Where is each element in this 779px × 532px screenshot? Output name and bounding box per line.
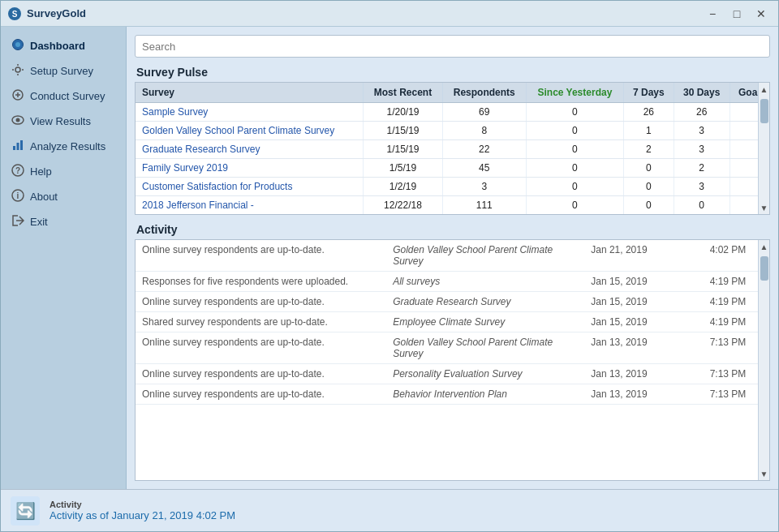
respondents: 69: [442, 103, 526, 122]
activity-scroll-up[interactable]: ▲: [759, 240, 770, 253]
activity-message: Online survey respondents are up-to-date…: [136, 292, 386, 312]
search-input[interactable]: [135, 35, 770, 58]
table-row: Customer Satisfaction for Products 1/2/1…: [136, 178, 769, 196]
since-yesterday: 0: [526, 178, 623, 196]
close-button[interactable]: ✕: [751, 5, 772, 23]
activity-date: Jan 13, 2019: [584, 384, 703, 405]
survey-pulse-table: Survey Most Recent Respondents Since Yes…: [136, 83, 769, 214]
sidebar-item-conduct-survey[interactable]: Conduct Survey: [1, 84, 126, 109]
activity-table-container: Online survey respondents are up-to-date…: [135, 239, 770, 481]
sidebar-item-dashboard[interactable]: Dashboard: [1, 33, 126, 58]
survey-name[interactable]: Golden Valley School Parent Climate Surv…: [136, 122, 364, 140]
activity-title: Activity: [135, 223, 770, 236]
setup-survey-icon: [11, 63, 25, 79]
survey-pulse-table-container: Survey Most Recent Respondents Since Yes…: [135, 82, 770, 215]
svg-rect-7: [13, 146, 15, 150]
most-recent: 12/22/18: [364, 196, 443, 215]
activity-scroll-down[interactable]: ▼: [759, 467, 770, 480]
col-most-recent: Most Recent: [364, 83, 443, 103]
most-recent: 1/15/19: [364, 122, 443, 140]
title-bar: S SurveyGold − □ ✕: [1, 1, 778, 27]
activity-survey: Golden Valley School Parent Climate Surv…: [386, 332, 584, 364]
col-7-days: 7 Days: [624, 83, 674, 103]
respondents: 111: [442, 196, 526, 215]
table-row: Golden Valley School Parent Climate Surv…: [136, 122, 769, 140]
sidebar-item-view-results[interactable]: View Results: [1, 109, 126, 134]
pulse-scrollbar[interactable]: ▲ ▼: [758, 83, 769, 214]
col-30-days: 30 Days: [674, 83, 730, 103]
activity-section: Activity Online survey respondents are u…: [135, 223, 770, 481]
sidebar-label-conduct-survey: Conduct Survey: [30, 90, 105, 102]
sidebar-item-exit[interactable]: Exit: [1, 209, 126, 234]
analyze-results-icon: [11, 139, 25, 154]
most-recent: 1/15/19: [364, 140, 443, 159]
most-recent: 1/5/19: [364, 159, 443, 178]
since-yesterday: 0: [526, 196, 623, 215]
list-item: Online survey respondents are up-to-date…: [136, 292, 769, 312]
scroll-thumb[interactable]: [760, 99, 768, 123]
survey-name[interactable]: Customer Satisfaction for Products: [136, 178, 364, 196]
survey-name[interactable]: Family Survey 2019: [136, 159, 364, 178]
activity-survey: Behavior Intervention Plan: [386, 384, 584, 405]
thirty-days: 3: [674, 122, 730, 140]
refresh-icon[interactable]: 🔄: [11, 496, 40, 526]
survey-pulse-title: Survey Pulse: [135, 66, 770, 79]
scroll-down-arrow[interactable]: ▼: [759, 201, 770, 214]
seven-days: 1: [624, 122, 674, 140]
survey-name[interactable]: Sample Survey: [136, 103, 364, 122]
sidebar-label-dashboard: Dashboard: [30, 40, 85, 52]
activity-scroll-thumb[interactable]: [760, 256, 768, 281]
activity-message: Online survey respondents are up-to-date…: [136, 332, 386, 364]
minimize-button[interactable]: −: [702, 5, 723, 23]
sidebar-item-setup-survey[interactable]: Setup Survey: [1, 58, 126, 84]
svg-text:i: i: [17, 191, 19, 200]
col-survey: Survey: [136, 83, 364, 103]
thirty-days: 3: [674, 140, 730, 159]
seven-days: 0: [624, 196, 674, 215]
footer-label: Activity: [49, 500, 235, 509]
view-results-icon: [11, 114, 25, 129]
window-title: SurveyGold: [27, 7, 702, 19]
table-row: Sample Survey 1/20/19 69 0 26 26: [136, 103, 769, 122]
activity-survey: Golden Valley School Parent Climate Surv…: [386, 240, 584, 272]
sidebar-item-help[interactable]: ?Help: [1, 159, 126, 184]
survey-name[interactable]: Graduate Research Survey: [136, 140, 364, 159]
exit-icon: [11, 214, 25, 230]
svg-point-2: [15, 42, 20, 47]
sidebar-item-analyze-results[interactable]: Analyze Results: [1, 134, 126, 159]
most-recent: 1/2/19: [364, 178, 443, 196]
window-controls: − □ ✕: [702, 5, 772, 23]
since-yesterday: 0: [526, 122, 623, 140]
footer-status: Activity as of January 21, 2019 4:02 PM: [49, 509, 235, 521]
sidebar-item-about[interactable]: iAbout: [1, 184, 126, 209]
thirty-days: 26: [674, 103, 730, 122]
survey-name[interactable]: 2018 Jefferson Financial -: [136, 196, 364, 215]
maximize-button[interactable]: □: [726, 5, 747, 23]
svg-point-3: [15, 67, 20, 72]
footer-bar: 🔄 Activity Activity as of January 21, 20…: [1, 489, 778, 531]
sidebar-label-exit: Exit: [30, 216, 48, 228]
respondents: 22: [442, 140, 526, 159]
svg-text:S: S: [12, 10, 18, 19]
list-item: Online survey respondents are up-to-date…: [136, 240, 769, 272]
seven-days: 0: [624, 159, 674, 178]
app-icon: S: [7, 6, 22, 21]
sidebar-label-setup-survey: Setup Survey: [30, 65, 93, 77]
scroll-up-arrow[interactable]: ▲: [759, 83, 770, 96]
activity-scrollbar[interactable]: ▲ ▼: [758, 240, 769, 480]
since-yesterday: 0: [526, 103, 623, 122]
activity-date: Jan 13, 2019: [584, 364, 703, 384]
activity-date: Jan 15, 2019: [584, 312, 703, 332]
conduct-survey-icon: [11, 88, 25, 104]
activity-message: Shared survey respondents are up-to-date…: [136, 312, 386, 332]
list-item: Online survey respondents are up-to-date…: [136, 332, 769, 364]
activity-message: Online survey respondents are up-to-date…: [136, 384, 386, 405]
footer-text: Activity Activity as of January 21, 2019…: [49, 500, 235, 521]
activity-date: Jan 13, 2019: [584, 332, 703, 364]
respondents: 45: [442, 159, 526, 178]
most-recent: 1/20/19: [364, 103, 443, 122]
list-item: Responses for five respondents were uplo…: [136, 272, 769, 292]
sidebar-label-analyze-results: Analyze Results: [30, 140, 105, 152]
table-row: 2018 Jefferson Financial - 12/22/18 111 …: [136, 196, 769, 215]
list-item: Shared survey respondents are up-to-date…: [136, 312, 769, 332]
